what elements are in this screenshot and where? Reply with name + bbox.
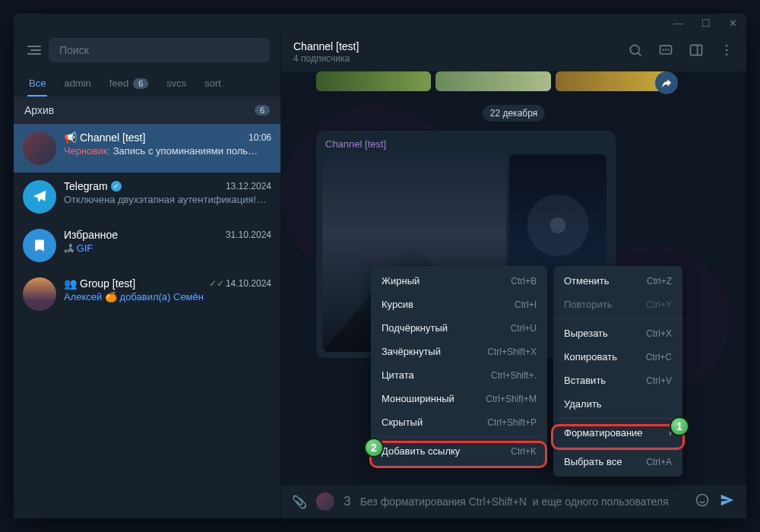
menu-item[interactable]: ЦитатаCtrl+Shift+. <box>371 363 547 387</box>
chat-time: 13.12.2024 <box>226 181 271 192</box>
avatar <box>23 131 56 165</box>
date-pill: 22 декабря <box>483 105 545 122</box>
chat-name: Telegram ✓ <box>64 180 122 192</box>
chat-item[interactable]: Telegram ✓13.12.2024 Отключена двухэтапн… <box>14 173 280 221</box>
tab-feed-badge: 6 <box>133 78 148 89</box>
close-button[interactable]: ✕ <box>729 17 737 29</box>
annotation-badge: 1 <box>670 416 689 436</box>
chat-preview: Отключена двухэтапная аутентификация!… <box>64 194 271 205</box>
search-icon[interactable] <box>628 43 643 61</box>
chat-header[interactable]: Channel [test] 4 подписчика <box>281 32 746 71</box>
menu-item[interactable]: ПодчёркнутыйCtrl+U <box>371 316 547 340</box>
menu-item[interactable]: Выбрать всеCtrl+A <box>553 450 682 473</box>
chat-list: 📢Channel [test]10:06 Черновик: Запись с … <box>14 124 280 518</box>
post-image[interactable] <box>509 154 606 283</box>
send-button[interactable] <box>719 492 736 511</box>
chat-time: 31.10.2024 <box>226 230 271 240</box>
reply-avatar <box>316 492 334 511</box>
archive-label: Архив <box>24 104 54 116</box>
menu-item[interactable]: Добавить ссылкуCtrl+K <box>371 439 547 463</box>
attach-icon[interactable]: 📎 <box>292 495 307 509</box>
minimize-button[interactable]: — <box>673 17 683 29</box>
chat-item[interactable]: Избранное31.10.2024 🏞 GIF <box>14 221 280 270</box>
context-menu: ОтменитьCtrl+ZПовторитьCtrl+YВырезатьCtr… <box>553 266 682 477</box>
menu-item[interactable]: Форматирование› <box>553 421 682 445</box>
chat-preview: Черновик: Запись с упоминаниями поль… <box>64 145 271 157</box>
tab-svcs[interactable]: svcs <box>165 73 188 97</box>
menu-item[interactable]: ЗачёркнутыйCtrl+Shift+X <box>371 340 547 363</box>
menu-item[interactable]: КопироватьCtrl+C <box>553 345 682 369</box>
draft-char: З <box>344 495 351 508</box>
chat-item[interactable]: 👥Group [test]✓✓14.10.2024 Алексей 🍊 доба… <box>14 270 280 318</box>
more-icon[interactable] <box>719 43 734 61</box>
svg-point-6 <box>697 495 708 506</box>
format-submenu: ЖирныйCtrl+BКурсивCtrl+IПодчёркнутыйCtrl… <box>371 266 547 466</box>
chat-time: ✓✓14.10.2024 <box>209 278 271 289</box>
menu-icon[interactable] <box>24 46 41 55</box>
chat-header-title: Channel [test] <box>293 40 359 52</box>
chat-header-sub: 4 подписчика <box>293 53 359 64</box>
menu-item[interactable]: ОтменитьCtrl+Z <box>553 269 682 293</box>
checks-icon: ✓✓ <box>209 278 224 289</box>
media-thumbs[interactable] <box>316 71 670 91</box>
menu-item[interactable]: СкрытыйCtrl+Shift+P <box>371 410 547 434</box>
folder-tabs: Все admin feed6 svcs sort <box>14 68 280 97</box>
sidebar: Поиск Все admin feed6 svcs sort Архив 6 … <box>14 32 281 518</box>
menu-item[interactable]: ВставитьCtrl+V <box>553 369 682 392</box>
menu-item[interactable]: МоноширинныйCtrl+Shift+M <box>371 387 547 410</box>
message-input-bar: 📎 З Без форматирования Ctrl+Shift+N и ещ… <box>281 485 746 518</box>
chat-time: 10:06 <box>249 132 271 143</box>
menu-item[interactable]: ЖирныйCtrl+B <box>371 269 547 293</box>
chat-preview: 🏞 GIF <box>64 242 271 254</box>
sidepanel-icon[interactable] <box>689 43 704 61</box>
verified-icon: ✓ <box>111 181 122 192</box>
avatar <box>23 180 56 214</box>
chat-item[interactable]: 📢Channel [test]10:06 Черновик: Запись с … <box>14 124 280 173</box>
menu-item[interactable]: ВырезатьCtrl+X <box>553 321 682 345</box>
menu-item[interactable]: Удалить <box>553 392 682 416</box>
archive-row[interactable]: Архив 6 <box>14 97 280 124</box>
chat-name: 📢Channel [test] <box>64 131 145 144</box>
avatar <box>23 229 56 262</box>
svg-point-0 <box>630 45 639 54</box>
avatar <box>23 277 56 311</box>
archive-badge: 6 <box>255 105 270 116</box>
forward-button[interactable] <box>655 71 678 94</box>
window-controls: — ☐ ✕ <box>14 14 746 32</box>
message-input[interactable]: Без форматирования Ctrl+Shift+N и еще од… <box>360 496 686 508</box>
annotation-badge: 2 <box>364 438 384 458</box>
tab-admin[interactable]: admin <box>62 73 92 97</box>
tab-sort[interactable]: sort <box>203 73 223 97</box>
maximize-button[interactable]: ☐ <box>701 17 711 29</box>
chat-name: Избранное <box>64 229 118 241</box>
svg-point-5 <box>726 54 728 56</box>
tab-all[interactable]: Все <box>27 73 47 97</box>
group-icon: 👥 <box>64 277 77 290</box>
chat-preview: Алексей 🍊 добавил(а) Семён <box>64 291 271 302</box>
chat-name: 👥Group [test] <box>64 277 135 290</box>
chat-icon[interactable] <box>658 43 673 61</box>
menu-item[interactable]: КурсивCtrl+I <box>371 293 547 316</box>
menu-item[interactable]: ПовторитьCtrl+Y <box>553 293 682 316</box>
tab-feed[interactable]: feed6 <box>108 73 150 97</box>
svg-rect-2 <box>691 45 702 55</box>
svg-point-4 <box>726 49 728 52</box>
svg-point-3 <box>726 45 728 47</box>
megaphone-icon: 📢 <box>64 131 77 144</box>
emoji-icon[interactable] <box>695 492 710 511</box>
search-input[interactable]: Поиск <box>49 38 270 62</box>
post-from: Channel [test] <box>325 138 606 150</box>
